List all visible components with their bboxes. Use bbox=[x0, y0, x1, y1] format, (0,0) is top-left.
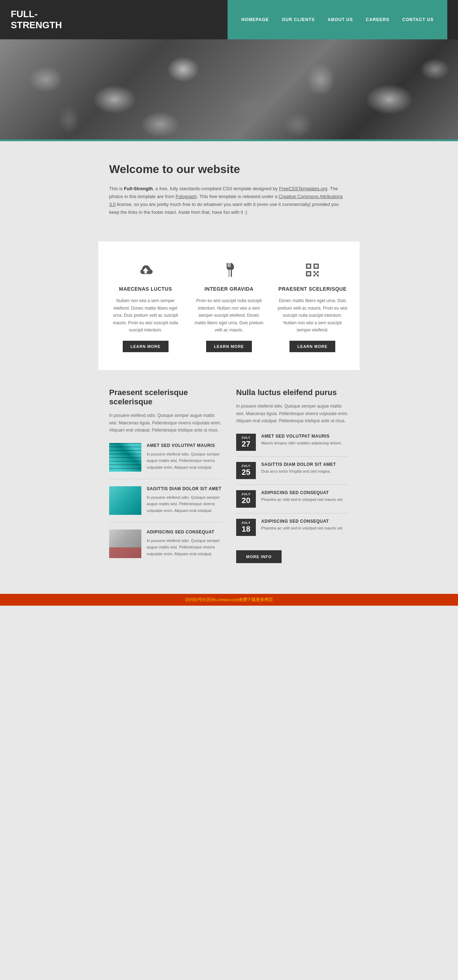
logo: FULL- STRENGTH bbox=[11, 9, 64, 31]
article-1: AMET SED VOLUTPAT MAURIS In posuere elei… bbox=[109, 443, 222, 479]
features-section: MAECENAS LUCTUS Nullam non wisi a sem se… bbox=[0, 241, 458, 370]
event-3-content: ADIPISCING SED CONSEQUAT Pharetra ac vel… bbox=[261, 490, 343, 503]
main-nav: HOMEPAGE OUR CLIENTS ABOUT US CAREERS CO… bbox=[228, 0, 447, 39]
article-2-title: SAGITTIS DIAM DOLOR SIT AMET bbox=[147, 486, 222, 491]
header: FULL- STRENGTH HOMEPAGE OUR CLIENTS ABOU… bbox=[0, 0, 458, 39]
feature-3-desc: Donec mattis libero eget urna. Duis pret… bbox=[276, 297, 349, 334]
article-1-text: In posuere eleifend odio. Quisque semper… bbox=[147, 451, 222, 471]
event-2-day: 25 bbox=[241, 468, 252, 477]
nav-our-clients[interactable]: OUR CLIENTS bbox=[276, 17, 321, 22]
svg-rect-8 bbox=[317, 271, 319, 273]
welcome-section: Welcome to our website This is Full-Stre… bbox=[0, 141, 458, 231]
article-1-content: AMET SED VOLUTPAT MAURIS In posuere elei… bbox=[147, 443, 222, 472]
utensils-icon bbox=[193, 259, 265, 281]
event-2-desc: Duis arcu tortor fringilla sed sed magna… bbox=[261, 468, 336, 474]
article-2: SAGITTIS DIAM DOLOR SIT AMET In posuere … bbox=[109, 486, 222, 522]
qrcode-svg bbox=[303, 261, 322, 279]
event-2-month: JULY bbox=[241, 464, 252, 468]
welcome-text-4: . This free template is released under a bbox=[197, 194, 279, 199]
welcome-title: Welcome to our website bbox=[109, 163, 349, 176]
event-1-day: 27 bbox=[241, 439, 252, 449]
event-4-date: JULY 18 bbox=[236, 519, 256, 536]
footer-watermark: 访问闷号社区bbs.xieniao.com免费下载更多网页 bbox=[0, 594, 458, 606]
right-col-title: Nulla luctus eleifend purus bbox=[236, 388, 349, 397]
thumb-2-image bbox=[109, 486, 141, 515]
article-3: ADIPISCING SED CONSEQUAT In posuere elei… bbox=[109, 530, 222, 565]
event-2-title: SAGITTIS DIAM DOLOR SIT AMET bbox=[261, 462, 336, 467]
event-4-day: 18 bbox=[241, 525, 252, 534]
feature-utensils: INTEGER GRAVIDA Proin eu wisi suscipit n… bbox=[193, 259, 265, 352]
event-4-content: ADIPISCING SED CONSEQUAT Pharetra ac vel… bbox=[261, 519, 343, 531]
svg-rect-3 bbox=[315, 265, 318, 268]
right-col-intro: In posuere eleifend odio. Quisque semper… bbox=[236, 402, 349, 425]
article-3-text: In posuere eleifend odio. Quisque semper… bbox=[147, 538, 222, 557]
svg-rect-10 bbox=[315, 273, 317, 275]
article-2-text: In posuere eleifend odio. Quisque semper… bbox=[147, 494, 222, 514]
article-1-thumb bbox=[109, 443, 141, 472]
event-3-date: JULY 20 bbox=[236, 490, 256, 508]
freecss-link[interactable]: FreeCSSTemplates.org bbox=[279, 186, 327, 191]
features-grid: MAECENAS LUCTUS Nullam non wisi a sem se… bbox=[109, 259, 349, 352]
thumb-3-image bbox=[109, 530, 141, 558]
article-2-content: SAGITTIS DIAM DOLOR SIT AMET In posuere … bbox=[147, 486, 222, 515]
fotograph-link[interactable]: Fotograph bbox=[176, 194, 197, 199]
nav-contact-us[interactable]: CONTACT US bbox=[396, 17, 440, 22]
event-2-content: SAGITTIS DIAM DOLOR SIT AMET Duis arcu t… bbox=[261, 462, 336, 474]
event-1-desc: Mauris tempus nibh sodales adipiscing do… bbox=[261, 440, 342, 446]
left-col-intro: In posuere eleifend odio. Quisque semper… bbox=[109, 412, 222, 434]
feature-3-title: PRAESENT SCELERISQUE bbox=[276, 286, 349, 292]
feature-qrcode: PRAESENT SCELERISQUE Donec mattis libero… bbox=[276, 259, 349, 352]
event-4-month: JULY bbox=[241, 521, 252, 525]
learn-more-1-button[interactable]: LEARN MORE bbox=[123, 341, 169, 352]
event-3-title: ADIPISCING SED CONSEQUAT bbox=[261, 490, 343, 495]
feature-cloud: MAECENAS LUCTUS Nullam non wisi a sem se… bbox=[109, 259, 182, 352]
svg-rect-7 bbox=[314, 275, 316, 276]
welcome-body: This is Full-Strength, a free, fully sta… bbox=[109, 185, 349, 216]
nav-homepage[interactable]: HOMEPAGE bbox=[235, 17, 275, 22]
feature-2-desc: Proin eu wisi suscipit nulla suscipit in… bbox=[193, 297, 265, 334]
left-column: Praesent scelerisque scelerisque In posu… bbox=[109, 388, 222, 572]
right-column: Nulla luctus eleifend purus In posuere e… bbox=[236, 388, 349, 572]
qrcode-icon bbox=[276, 259, 349, 281]
article-3-title: ADIPISCING SED CONSEQUAT bbox=[147, 530, 222, 535]
welcome-text-2: , a free, fully standards-compliant CSS … bbox=[153, 186, 279, 191]
utensils-svg bbox=[220, 261, 238, 279]
svg-rect-6 bbox=[314, 271, 316, 273]
event-1: JULY 27 AMET SED VOLUTPAT MAURIS Mauris … bbox=[236, 434, 349, 457]
learn-more-2-button[interactable]: LEARN MORE bbox=[206, 341, 252, 352]
nav-about-us[interactable]: ABOUT US bbox=[321, 17, 360, 22]
article-3-thumb bbox=[109, 530, 141, 558]
event-3-desc: Pharetra ac velit sed in volutpat nisl m… bbox=[261, 496, 343, 503]
event-1-month: JULY bbox=[241, 436, 252, 439]
welcome-text-5: license, so you are pretty much free to … bbox=[109, 202, 339, 215]
watermark-text: 访问闷号社区bbs.xieniao.com免费下载更多网页 bbox=[185, 597, 273, 602]
svg-rect-5 bbox=[307, 272, 310, 275]
feature-1-desc: Nullam non wisi a sem semper eleifend. D… bbox=[109, 297, 182, 334]
event-4-desc: Pharetra ac velit sed in volutpat nisl m… bbox=[261, 525, 343, 531]
hero-image bbox=[0, 39, 458, 140]
feature-1-title: MAECENAS LUCTUS bbox=[109, 286, 182, 292]
two-col-section: Praesent scelerisque scelerisque In posu… bbox=[0, 381, 458, 593]
left-col-title: Praesent scelerisque scelerisque bbox=[109, 388, 222, 407]
event-1-title: AMET SED VOLUTPAT MAURIS bbox=[261, 434, 342, 439]
event-3-day: 20 bbox=[241, 496, 252, 505]
feature-2-title: INTEGER GRAVIDA bbox=[193, 286, 265, 292]
logo-line1: FULL- bbox=[11, 9, 38, 19]
svg-rect-9 bbox=[317, 275, 319, 276]
nav-careers[interactable]: CAREERS bbox=[360, 17, 396, 22]
welcome-brand: Full-Strength bbox=[124, 186, 153, 191]
event-4: JULY 18 ADIPISCING SED CONSEQUAT Pharetr… bbox=[236, 519, 349, 541]
event-4-title: ADIPISCING SED CONSEQUAT bbox=[261, 519, 343, 524]
article-2-thumb bbox=[109, 486, 141, 515]
thumb-1-image bbox=[109, 443, 141, 472]
event-1-content: AMET SED VOLUTPAT MAURIS Mauris tempus n… bbox=[261, 434, 342, 446]
logo-line2: STRENGTH bbox=[11, 20, 62, 30]
more-info-button[interactable]: MORE INFO bbox=[236, 550, 282, 563]
event-2: JULY 25 SAGITTIS DIAM DOLOR SIT AMET Dui… bbox=[236, 462, 349, 485]
article-3-content: ADIPISCING SED CONSEQUAT In posuere elei… bbox=[147, 530, 222, 558]
welcome-text-1: This is bbox=[109, 186, 124, 191]
learn-more-3-button[interactable]: LEARN MORE bbox=[289, 341, 335, 352]
cloud-upload-icon bbox=[109, 259, 182, 281]
cloud-upload-svg bbox=[136, 261, 155, 279]
event-3: JULY 20 ADIPISCING SED CONSEQUAT Pharetr… bbox=[236, 490, 349, 513]
